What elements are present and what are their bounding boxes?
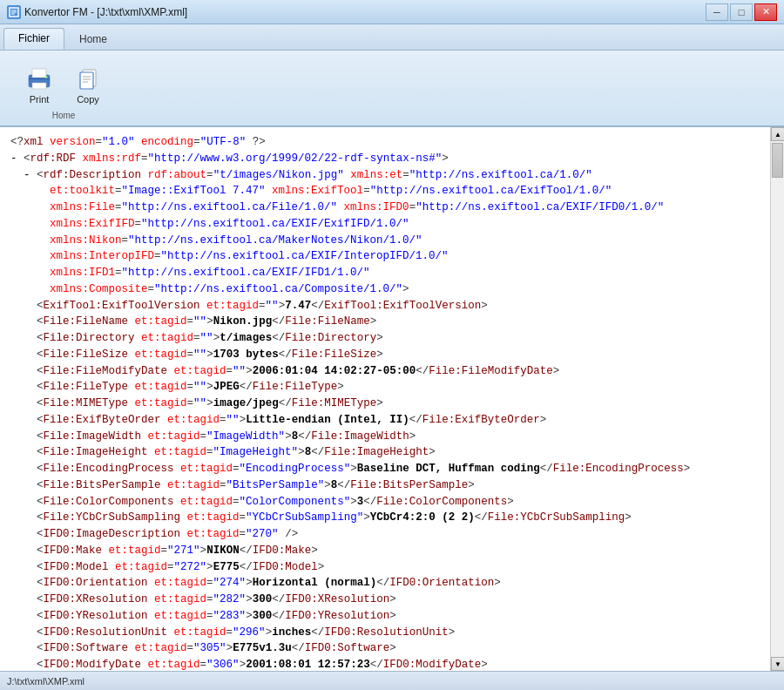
xml-line: <IFD0:Model et:tagid="272">E775</IFD0:Mo… xyxy=(10,559,760,576)
window-title: Konvertor FM - [J:\txt\xml\XMP.xml] xyxy=(24,6,187,18)
title-bar: Konvertor FM - [J:\txt\xml\XMP.xml] ─ □ … xyxy=(0,0,784,24)
xml-line: - <rdf:RDF xmlns:rdf="http://www.w3.org/… xyxy=(10,151,760,167)
ribbon-tabs: Fichier Home xyxy=(0,24,784,51)
xml-line: <File:EncodingProcess et:tagid="Encoding… xyxy=(10,461,760,477)
xml-line: <File:MIMEType et:tagid="">image/jpeg</F… xyxy=(10,396,760,412)
xml-line: <IFD0:Orientation et:tagid="274">Horizon… xyxy=(10,575,760,592)
copy-icon xyxy=(74,64,102,91)
status-bar: J:\txt\xml\XMP.xml xyxy=(0,671,784,690)
xml-line: <File:FileName et:tagid="">Nikon.jpg</Fi… xyxy=(10,314,760,330)
svg-rect-5 xyxy=(32,69,46,78)
xml-line: <File:Directory et:tagid="">t/images</Fi… xyxy=(10,330,760,347)
ribbon-group-home: Print Copy xyxy=(7,56,120,120)
xml-line: <ExifTool:ExifToolVersion et:tagid="">7.… xyxy=(10,298,760,315)
tab-home[interactable]: Home xyxy=(64,29,122,50)
vertical-scrollbar[interactable]: ▲ ▼ xyxy=(770,127,784,671)
ribbon-group-label: Home xyxy=(52,109,76,120)
xml-line: <File:FileModifyDate et:tagid="">2006:01… xyxy=(10,363,760,380)
scroll-thumb[interactable] xyxy=(772,143,783,178)
close-button[interactable]: ✕ xyxy=(754,3,777,21)
xml-line: xmlns:IFD1="http://ns.exiftool.ca/EXIF/I… xyxy=(10,265,760,281)
status-path: J:\txt\xml\XMP.xml xyxy=(7,676,84,687)
xml-line: xmlns:Nikon="http://ns.exiftool.ca/Maker… xyxy=(10,233,760,249)
svg-rect-6 xyxy=(32,83,46,89)
xml-line: xmlns:File="http://ns.exiftool.ca/File/1… xyxy=(10,200,760,216)
svg-point-8 xyxy=(45,76,48,78)
xml-line: <File:FileType et:tagid="">JPEG</File:Fi… xyxy=(10,379,760,396)
xml-line: <File:BitsPerSample et:tagid="BitsPerSam… xyxy=(10,477,760,494)
copy-label: Copy xyxy=(77,94,99,105)
xml-line: <File:ColorComponents et:tagid="ColorCom… xyxy=(10,494,760,511)
xml-line: <File:ImageHeight et:tagid="ImageHeight"… xyxy=(10,444,760,461)
copy-button[interactable]: Copy xyxy=(66,59,110,109)
xml-line: <File:ImageWidth et:tagid="ImageWidth">8… xyxy=(10,429,760,445)
xml-line: <?xml version="1.0" encoding="UTF-8" ?> xyxy=(10,134,760,151)
svg-rect-10 xyxy=(80,72,93,89)
xml-line: xmlns:ExifIFD="http://ns.exiftool.ca/EXI… xyxy=(10,216,760,233)
scroll-down-arrow[interactable]: ▼ xyxy=(771,657,784,671)
xml-line: <File:YCbCrSubSampling et:tagid="YCbCrSu… xyxy=(10,510,760,526)
print-label: Print xyxy=(30,94,50,105)
title-bar-left: Konvertor FM - [J:\txt\xml\XMP.xml] xyxy=(7,5,187,19)
xml-line: <IFD0:YResolution et:tagid="283">300</IF… xyxy=(10,608,760,625)
xml-editor[interactable]: <?xml version="1.0" encoding="UTF-8" ?> … xyxy=(0,127,770,671)
xml-line: <File:ExifByteOrder et:tagid="">Little-e… xyxy=(10,412,760,429)
ribbon-items: Print Copy xyxy=(17,59,110,109)
maximize-button[interactable]: □ xyxy=(730,3,753,21)
scroll-track[interactable] xyxy=(771,141,784,657)
minimize-button[interactable]: ─ xyxy=(706,3,728,21)
tab-fichier[interactable]: Fichier xyxy=(3,28,64,50)
xml-line: et:toolkit="Image::ExifTool 7.47" xmlns:… xyxy=(10,183,760,200)
xml-line: - <rdf:Description rdf:about="t/images/N… xyxy=(10,167,760,184)
xml-line: <IFD0:ResolutionUnit et:tagid="296">inch… xyxy=(10,625,760,641)
xml-line: <IFD0:ImageDescription et:tagid="270" /> xyxy=(10,526,760,543)
content-area: <?xml version="1.0" encoding="UTF-8" ?> … xyxy=(0,127,784,671)
scroll-up-arrow[interactable]: ▲ xyxy=(771,127,784,141)
print-button[interactable]: Print xyxy=(17,59,61,109)
print-icon xyxy=(25,64,53,91)
xml-line: <IFD0:XResolution et:tagid="282">300</IF… xyxy=(10,592,760,608)
xml-line: <File:FileSize et:tagid="">1703 bytes</F… xyxy=(10,347,760,363)
xml-line: <IFD0:ModifyDate et:tagid="306">2001:08:… xyxy=(10,657,760,671)
svg-rect-7 xyxy=(29,78,50,79)
xml-line: xmlns:Composite="http://ns.exiftool.ca/C… xyxy=(10,281,760,298)
xml-line: <IFD0:Software et:tagid="305">E775v1.3u<… xyxy=(10,640,760,657)
app-icon xyxy=(7,5,21,19)
title-bar-controls[interactable]: ─ □ ✕ xyxy=(706,3,777,21)
xml-line: xmlns:InteropIFD="http://ns.exiftool.ca/… xyxy=(10,248,760,265)
ribbon-body: Print Copy xyxy=(0,51,784,127)
xml-line: <IFD0:Make et:tagid="271">NIKON</IFD0:Ma… xyxy=(10,543,760,559)
